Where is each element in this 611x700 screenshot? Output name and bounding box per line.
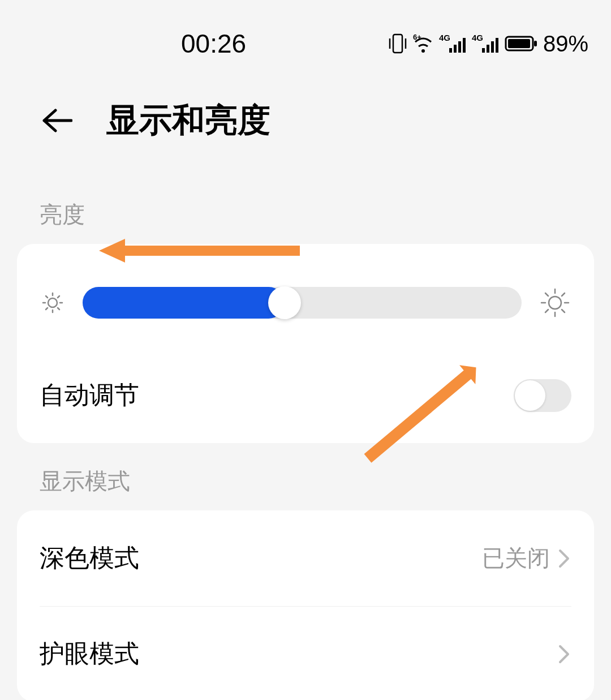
svg-rect-7 xyxy=(458,41,461,53)
dark-mode-row[interactable]: 深色模式 已关闭 xyxy=(17,510,594,606)
header: 显示和亮度 xyxy=(0,76,611,177)
svg-line-34 xyxy=(545,310,548,312)
svg-rect-10 xyxy=(482,48,485,53)
auto-brightness-label: 自动调节 xyxy=(40,379,139,412)
page-title: 显示和亮度 xyxy=(106,98,270,143)
svg-marker-36 xyxy=(362,362,484,468)
brightness-card: 自动调节 xyxy=(17,244,594,443)
sun-high-icon xyxy=(539,286,571,319)
vibrate-icon xyxy=(388,33,407,54)
svg-rect-16 xyxy=(534,41,537,46)
battery-icon xyxy=(505,35,539,53)
battery-percent: 89% xyxy=(543,31,588,57)
dark-mode-value: 已关闭 xyxy=(482,543,550,574)
brightness-slider[interactable] xyxy=(83,287,522,319)
signal-2-icon: 4G xyxy=(472,33,500,54)
svg-rect-5 xyxy=(449,48,452,53)
eye-protection-row[interactable]: 护眼模式 xyxy=(17,606,594,700)
chevron-right-icon xyxy=(558,547,571,570)
svg-marker-35 xyxy=(99,239,300,263)
svg-rect-8 xyxy=(463,38,466,53)
svg-point-26 xyxy=(549,297,561,309)
auto-brightness-toggle[interactable] xyxy=(514,379,571,412)
annotation-arrow-left xyxy=(99,239,303,269)
svg-line-24 xyxy=(58,296,59,298)
svg-rect-6 xyxy=(454,45,457,53)
brightness-section-label: 亮度 xyxy=(0,177,611,244)
svg-rect-13 xyxy=(496,38,498,53)
display-mode-section-label: 显示模式 xyxy=(0,443,611,510)
wifi-icon: 6+ xyxy=(412,34,434,53)
svg-text:6+: 6+ xyxy=(413,34,421,41)
svg-point-17 xyxy=(48,298,57,307)
svg-line-22 xyxy=(46,296,48,298)
back-button[interactable] xyxy=(40,108,72,133)
status-bar: 00:26 6+ 4G 4G 89% xyxy=(0,0,611,76)
svg-text:4G: 4G xyxy=(472,33,483,42)
status-time: 00:26 xyxy=(181,28,246,59)
auto-brightness-row: 自动调节 xyxy=(17,347,594,443)
status-icons: 6+ 4G 4G 89% xyxy=(388,31,588,57)
svg-line-25 xyxy=(46,308,48,310)
annotation-arrow-diagonal xyxy=(362,362,498,472)
sun-low-icon xyxy=(40,290,66,316)
signal-1-icon: 4G xyxy=(439,33,467,54)
svg-line-31 xyxy=(545,293,548,296)
svg-text:4G: 4G xyxy=(439,33,450,42)
svg-rect-11 xyxy=(487,45,489,53)
display-mode-card: 深色模式 已关闭 护眼模式 xyxy=(17,510,594,700)
svg-rect-12 xyxy=(491,41,494,53)
svg-rect-15 xyxy=(508,39,530,48)
chevron-right-icon xyxy=(558,643,571,665)
svg-line-23 xyxy=(58,308,59,310)
dark-mode-label: 深色模式 xyxy=(40,542,139,575)
svg-rect-0 xyxy=(393,35,402,53)
eye-protection-label: 护眼模式 xyxy=(40,637,139,671)
svg-line-32 xyxy=(562,310,565,312)
svg-line-33 xyxy=(562,293,565,296)
